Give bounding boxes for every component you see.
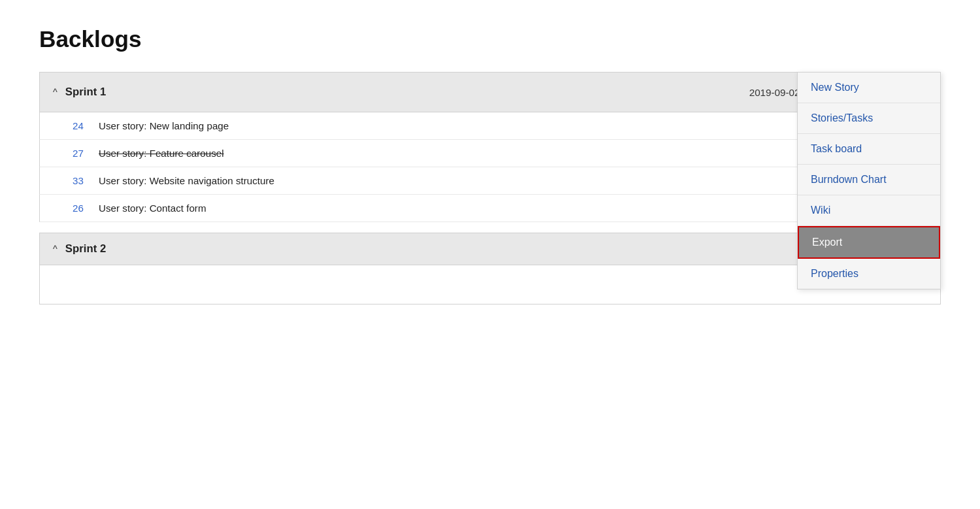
story-title-33: User story: Website navigation structure — [99, 175, 274, 186]
dropdown-item-task-board[interactable]: Task board — [798, 134, 940, 165]
dropdown-item-export[interactable]: Export — [798, 226, 940, 259]
backlogs-container: ^ Sprint 1 2019-09-02 2020-01-31 12 ▲ Ne… — [39, 72, 941, 304]
story-id-33[interactable]: 33 — [73, 175, 99, 186]
sprint1-dropdown-menu: New Story Stories/Tasks Task board Burnd… — [797, 72, 941, 289]
story-title-24: User story: New landing page — [99, 120, 229, 131]
dropdown-item-stories-tasks[interactable]: Stories/Tasks — [798, 103, 940, 134]
story-title-26: User story: Contact form — [99, 203, 206, 214]
sprint1-toggle[interactable]: ^ — [53, 87, 57, 97]
dropdown-item-new-story[interactable]: New Story — [798, 73, 940, 103]
dropdown-item-burndown-chart[interactable]: Burndown Chart — [798, 165, 940, 195]
story-title-27: User story: Feature carousel — [99, 148, 224, 159]
sprint1-header-wrapper: ^ Sprint 1 2019-09-02 2020-01-31 12 ▲ Ne… — [39, 72, 941, 112]
sprint2-toggle[interactable]: ^ — [53, 244, 57, 254]
dropdown-item-properties[interactable]: Properties — [798, 259, 940, 289]
story-id-24[interactable]: 24 — [73, 120, 99, 131]
dropdown-item-wiki[interactable]: Wiki — [798, 195, 940, 226]
page-title: Backlogs — [39, 26, 941, 52]
sprint1-start-date: 2019-09-02 — [749, 87, 800, 98]
sprint1-section: ^ Sprint 1 2019-09-02 2020-01-31 12 ▲ Ne… — [39, 72, 941, 222]
sprint1-name: Sprint 1 — [65, 86, 749, 99]
story-id-26[interactable]: 26 — [73, 203, 99, 214]
story-id-27[interactable]: 27 — [73, 148, 99, 159]
